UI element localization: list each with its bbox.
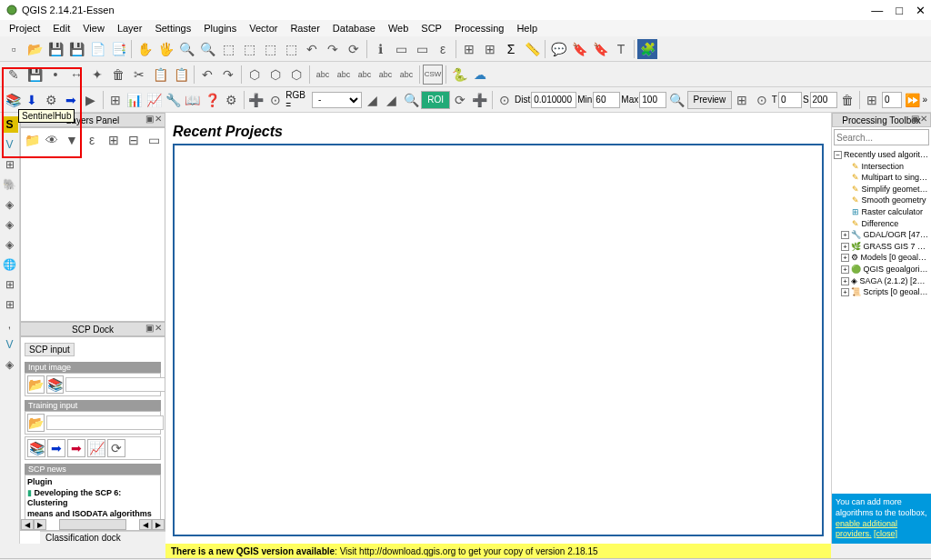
rgb-combo[interactable]: - xyxy=(312,92,362,108)
map-tips-icon[interactable]: 💬 xyxy=(548,39,568,59)
scp-zoom-preview-icon[interactable]: 🔍 xyxy=(667,90,686,110)
minimize-button[interactable]: — xyxy=(871,4,883,17)
preview-button[interactable]: Preview xyxy=(687,91,733,109)
pan-icon[interactable]: ✋ xyxy=(135,39,155,59)
zoom-last-icon[interactable]: ↶ xyxy=(302,39,322,59)
menu-web[interactable]: Web xyxy=(383,21,414,35)
t-input[interactable] xyxy=(778,92,802,108)
add-postgis-icon[interactable]: 🐘 xyxy=(2,176,18,193)
classification-dock-tab[interactable]: Classification dock xyxy=(40,531,185,544)
min-input[interactable] xyxy=(593,92,620,108)
label-tool-icon[interactable]: abc xyxy=(334,65,354,85)
label-abc-icon[interactable]: abc xyxy=(313,65,333,85)
refresh-icon[interactable]: ⟳ xyxy=(344,39,364,59)
close-button[interactable]: ✕ xyxy=(916,4,926,17)
pan-to-selection-icon[interactable]: 🖐 xyxy=(155,39,175,59)
training-export-icon[interactable]: ➡ xyxy=(67,439,85,457)
split-icon[interactable]: ⬡ xyxy=(286,65,306,85)
layer-expand-icon[interactable]: ⊞ xyxy=(105,130,123,150)
training-input-field[interactable] xyxy=(46,415,164,430)
tip-close-link[interactable]: [close] xyxy=(874,529,897,538)
reshape-icon[interactable]: ⬡ xyxy=(265,65,285,85)
save-edits-icon[interactable]: 💾 xyxy=(25,65,45,85)
plugin-puzzle-icon[interactable]: 🧩 xyxy=(637,39,657,59)
training-open-icon[interactable]: 📂 xyxy=(27,414,45,432)
refresh-band-set-icon[interactable]: 📚 xyxy=(46,375,64,394)
add-feature-icon[interactable]: • xyxy=(45,65,65,85)
label-rotate-icon[interactable]: abc xyxy=(375,65,395,85)
maximize-button[interactable]: □ xyxy=(896,4,903,17)
scp-roi-pointer-icon[interactable]: ➕ xyxy=(247,90,265,110)
layer-visibility-icon[interactable]: 👁 xyxy=(43,130,61,150)
open-attribute-table-icon[interactable]: ⊞ xyxy=(459,39,479,59)
scp-cumulative-icon[interactable]: 🔍 xyxy=(402,90,420,110)
training-reload-icon[interactable]: ⟳ xyxy=(107,439,125,457)
scp-hscroll[interactable]: ◀▶ ◀▶ xyxy=(21,519,165,530)
cut-icon[interactable]: ✂ xyxy=(129,65,149,85)
cloud-icon[interactable]: ☁ xyxy=(470,65,490,85)
scp-batch-icon[interactable]: ⚙ xyxy=(222,90,240,110)
layer-collapse-icon[interactable]: ⊟ xyxy=(125,130,143,150)
tree-collapse-recent[interactable]: − xyxy=(834,151,842,159)
zoom-out-icon[interactable]: 🔍 xyxy=(197,39,217,59)
copy-icon[interactable]: 📋 xyxy=(150,65,170,85)
new-project-icon[interactable]: ▫ xyxy=(4,39,24,59)
paste-icon[interactable]: 📋 xyxy=(171,65,191,85)
scp-dist-icon[interactable]: ⊙ xyxy=(496,90,514,110)
scp-extra-input[interactable] xyxy=(882,92,902,108)
scp-postprocess-icon[interactable]: ▶ xyxy=(81,90,99,110)
zoom-next-icon[interactable]: ↷ xyxy=(323,39,343,59)
new-print-composer-icon[interactable]: 📄 xyxy=(87,39,107,59)
scp-dock-controls[interactable]: ▣✕ xyxy=(145,323,163,333)
menu-raster[interactable]: Raster xyxy=(285,21,325,35)
delete-icon[interactable]: 🗑 xyxy=(108,65,128,85)
select-icon[interactable]: ▭ xyxy=(391,39,411,59)
menu-edit[interactable]: Edit xyxy=(47,21,75,35)
tree-expand-models[interactable]: + xyxy=(841,254,849,262)
sentinelhub-s-icon[interactable]: S xyxy=(2,116,18,133)
move-feature-icon[interactable]: ↔ xyxy=(66,65,86,85)
scp-bandset-icon[interactable]: 📊 xyxy=(125,90,144,110)
scp-redo-icon[interactable]: ⟳ xyxy=(451,90,469,110)
scp-preview-redo-icon[interactable]: ⊞ xyxy=(733,90,751,110)
tree-expand-scripts[interactable]: + xyxy=(841,288,849,296)
scp-plot-icon[interactable]: ⊙ xyxy=(266,90,285,110)
field-calc-icon[interactable]: ⊞ xyxy=(480,39,500,59)
bookmark-list-icon[interactable]: 🔖 xyxy=(590,39,610,59)
menu-settings[interactable]: Settings xyxy=(149,21,196,35)
menu-scp[interactable]: SCP xyxy=(415,21,447,35)
zoom-layer-icon[interactable]: ⬚ xyxy=(281,39,301,59)
training-new-icon[interactable]: 📚 xyxy=(27,439,45,457)
roi-button[interactable]: ROI xyxy=(421,91,450,109)
scp-input-tab[interactable]: SCP input xyxy=(25,343,75,356)
node-tool-icon[interactable]: ✦ xyxy=(87,65,107,85)
scp-stretch-icon[interactable]: ◢ xyxy=(363,90,381,110)
scp-run-icon[interactable]: ⏩ xyxy=(903,90,921,110)
tree-expand-grass[interactable]: + xyxy=(841,243,849,251)
menu-help[interactable]: Help xyxy=(511,21,543,35)
zoom-in-icon[interactable]: 🔍 xyxy=(176,39,196,59)
label-move-icon[interactable]: abc xyxy=(355,65,375,85)
scp-delete-icon[interactable]: 🗑 xyxy=(838,90,856,110)
save-project-icon[interactable]: 💾 xyxy=(45,39,65,59)
scp-download-icon[interactable]: ⬇ xyxy=(23,90,41,110)
scp-input-icon[interactable]: 📚 xyxy=(4,90,22,110)
layer-filter-icon[interactable]: ▼ xyxy=(63,130,81,150)
menu-layer[interactable]: Layer xyxy=(112,21,148,35)
open-band-set-icon[interactable]: 📂 xyxy=(27,375,45,394)
zoom-selection-icon[interactable]: ⬚ xyxy=(260,39,280,59)
scp-help-icon[interactable]: ❓ xyxy=(203,90,221,110)
layer-add-group-icon[interactable]: 📁 xyxy=(23,130,41,150)
menu-database[interactable]: Database xyxy=(327,21,381,35)
menu-view[interactable]: View xyxy=(77,21,110,35)
training-plot-icon[interactable]: 📈 xyxy=(87,439,105,457)
csw-icon[interactable]: CSW xyxy=(423,65,443,85)
scp-preprocess-icon[interactable]: ➡ xyxy=(62,90,80,110)
layers-panel-controls[interactable]: ▣✕ xyxy=(145,114,163,124)
menu-vector[interactable]: Vector xyxy=(244,21,283,35)
digitize-icon[interactable]: ⬡ xyxy=(245,65,265,85)
scp-tools-icon[interactable]: ⚙ xyxy=(43,90,61,110)
zoom-native-icon[interactable]: ⬚ xyxy=(218,39,238,59)
undo-icon[interactable]: ↶ xyxy=(197,65,217,85)
scp-spectral-icon[interactable]: 📈 xyxy=(145,90,163,110)
